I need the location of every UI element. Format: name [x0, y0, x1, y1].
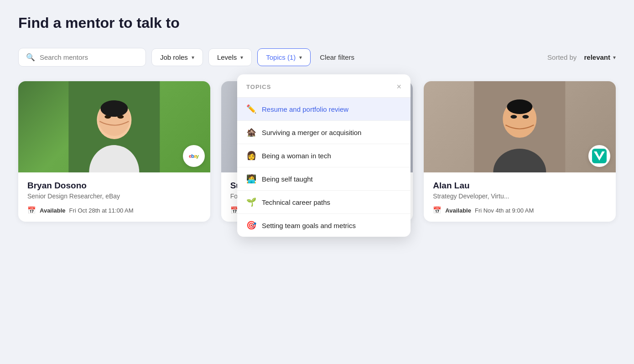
- topic-item[interactable]: 🌱 Technical career paths: [237, 191, 411, 214]
- topic-label: Setting team goals and metrics: [262, 222, 356, 229]
- topics-button[interactable]: Topics (1) ▾: [257, 48, 311, 66]
- topic-label: Being a woman in tech: [262, 152, 331, 160]
- topics-close-button[interactable]: ×: [396, 83, 401, 91]
- toolbar: 🔍 Job roles ▾ Levels ▾ Topics (1) ▾ Clea…: [18, 48, 616, 67]
- card-image: [424, 81, 616, 172]
- topic-emoji: ✏️: [246, 104, 256, 114]
- company-badge: [588, 145, 610, 167]
- topic-label: Resume and portfolio review: [262, 105, 348, 113]
- company-badge: ebay: [183, 145, 205, 167]
- search-icon: 🔍: [26, 53, 35, 62]
- topics-list: ✏️ Resume and portfolio review 🏚️ Surviv…: [237, 98, 411, 237]
- clear-filters-button[interactable]: Clear filters: [316, 49, 358, 66]
- search-wrapper: 🔍: [18, 48, 146, 67]
- mentor-card[interactable]: Alan Lau Strategy Developer, Virtu... 📅 …: [424, 81, 616, 222]
- levels-button[interactable]: Levels ▾: [208, 48, 252, 66]
- available-time: Fri Oct 28th at 11:00 AM: [69, 207, 134, 214]
- card-image: ebay: [18, 81, 210, 172]
- page-title: Find a mentor to talk to: [18, 15, 616, 31]
- topic-label: Surviving a merger or acquisition: [262, 129, 361, 136]
- topic-emoji: 👩: [246, 151, 256, 161]
- chevron-down-icon: ▾: [613, 54, 616, 61]
- sort-value: relevant: [584, 53, 610, 61]
- svg-point-20: [511, 115, 517, 119]
- topic-emoji: 🌱: [246, 197, 256, 207]
- calendar-icon: 📅: [27, 206, 36, 214]
- card-body: Bryan Dosono Senior Design Researcher, e…: [18, 172, 210, 222]
- mentor-name: Bryan Dosono: [27, 181, 201, 191]
- topic-item[interactable]: 🏚️ Surviving a merger or acquisition: [237, 121, 411, 144]
- job-roles-label: Job roles: [160, 53, 188, 61]
- topic-item[interactable]: 👩 Being a woman in tech: [237, 144, 411, 167]
- calendar-icon: 📅: [433, 206, 442, 214]
- sort-prefix: Sorted by: [547, 53, 577, 61]
- svg-point-21: [523, 115, 529, 119]
- topic-emoji: 🎯: [246, 220, 256, 230]
- ebay-logo: ebay: [189, 153, 198, 159]
- topics-dropdown-title: TOPICS: [246, 83, 271, 90]
- topic-label: Being self taught: [262, 175, 313, 183]
- available-label: Available: [445, 207, 471, 214]
- chevron-down-icon: ▾: [192, 54, 194, 61]
- topic-item[interactable]: ✏️ Resume and portfolio review: [237, 98, 411, 121]
- svg-point-22: [507, 99, 533, 114]
- mentor-card[interactable]: ebay Bryan Dosono Senior Design Research…: [18, 81, 210, 222]
- topics-dropdown: TOPICS × ✏️ Resume and portfolio review …: [237, 74, 411, 237]
- job-roles-button[interactable]: Job roles ▾: [151, 48, 203, 66]
- mentor-name: Alan Lau: [433, 181, 607, 191]
- available-label: Available: [40, 207, 66, 214]
- topics-dropdown-header: TOPICS ×: [237, 74, 411, 98]
- topics-label: Topics (1): [266, 53, 296, 61]
- availability: 📅 Available Fri Nov 4th at 9:00 AM: [433, 206, 607, 214]
- available-time: Fri Nov 4th at 9:00 AM: [475, 207, 534, 214]
- svg-rect-23: [592, 149, 607, 163]
- chevron-down-icon: ▾: [299, 54, 302, 61]
- mentor-role: Strategy Developer, Virtu...: [433, 192, 607, 200]
- topic-emoji: 🧑‍💻: [246, 174, 256, 184]
- availability: 📅 Available Fri Oct 28th at 11:00 AM: [27, 206, 201, 214]
- topic-label: Technical career paths: [262, 198, 330, 206]
- search-input[interactable]: [40, 53, 138, 61]
- levels-label: Levels: [217, 53, 237, 61]
- svg-point-6: [100, 100, 128, 117]
- chevron-down-icon: ▾: [240, 54, 243, 61]
- mentor-role: Senior Design Researcher, eBay: [27, 192, 201, 200]
- topic-emoji: 🏚️: [246, 127, 256, 137]
- sort-wrapper[interactable]: Sorted by relevant ▾: [547, 53, 616, 61]
- card-body: Alan Lau Strategy Developer, Virtu... 📅 …: [424, 172, 616, 222]
- topic-item[interactable]: 🎯 Setting team goals and metrics: [237, 214, 411, 237]
- topic-item[interactable]: 🧑‍💻 Being self taught: [237, 167, 411, 191]
